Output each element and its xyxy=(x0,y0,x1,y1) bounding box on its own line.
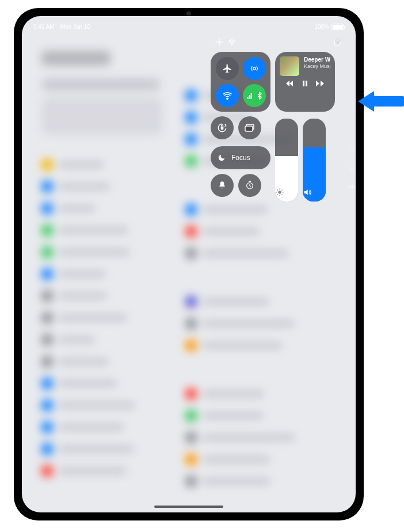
brightness-icon xyxy=(275,188,298,197)
wifi-toggle[interactable] xyxy=(216,84,239,107)
battery-indicator: 100% xyxy=(314,24,344,30)
svg-rect-10 xyxy=(303,81,304,86)
timer-button[interactable] xyxy=(238,174,261,197)
play-pause-button[interactable] xyxy=(302,81,308,86)
favorite-icon[interactable]: ♡ xyxy=(349,146,355,154)
svg-rect-7 xyxy=(250,93,251,99)
airplane-mode-toggle[interactable] xyxy=(216,57,239,80)
svg-rect-11 xyxy=(306,81,307,86)
brightness-slider[interactable] xyxy=(275,119,298,202)
status-bar: 9:41 AM Mon Jun 10 100% xyxy=(22,20,356,33)
screen-mirroring-button[interactable] xyxy=(238,116,261,139)
status-date: Mon Jun 10 xyxy=(60,24,90,30)
track-title: Deeper Well xyxy=(304,56,330,63)
battery-percent: 100% xyxy=(314,24,329,30)
svg-point-18 xyxy=(278,191,281,193)
prev-track-button[interactable] xyxy=(286,81,294,86)
volume-slider[interactable] xyxy=(303,119,326,202)
home-indicator[interactable] xyxy=(154,506,223,508)
cellular-bluetooth-toggle[interactable] xyxy=(243,84,266,107)
svg-line-24 xyxy=(281,194,282,195)
svg-line-23 xyxy=(277,189,277,190)
connectivity-group[interactable] xyxy=(211,52,270,112)
svg-rect-12 xyxy=(221,127,224,130)
svg-point-4 xyxy=(226,98,227,99)
volume-icon xyxy=(303,188,326,197)
airdrop-toggle[interactable] xyxy=(243,57,266,80)
svg-point-9 xyxy=(337,40,339,42)
callout-arrow xyxy=(358,91,404,112)
front-camera xyxy=(187,12,191,16)
status-time: 9:41 AM xyxy=(33,24,55,30)
svg-rect-14 xyxy=(245,126,253,131)
control-center-side-shortcuts: ♡ ♫ xyxy=(348,146,356,190)
svg-point-8 xyxy=(336,39,340,43)
album-art xyxy=(280,56,299,76)
battery-icon xyxy=(331,24,344,30)
svg-line-25 xyxy=(277,194,277,195)
screen: 9:41 AM Mon Jun 10 100% xyxy=(22,16,356,512)
svg-point-27 xyxy=(350,185,353,188)
ipad-device-frame: 9:41 AM Mon Jun 10 100% xyxy=(14,8,364,520)
control-center: Deeper Well Kacey Musgrave xyxy=(211,35,345,202)
svg-point-3 xyxy=(253,67,256,70)
svg-line-26 xyxy=(281,189,282,190)
next-track-button[interactable] xyxy=(316,81,324,86)
wifi-status-icon xyxy=(228,39,236,45)
silent-mode-toggle[interactable] xyxy=(211,174,234,197)
svg-rect-6 xyxy=(249,95,250,99)
airplay-icon[interactable] xyxy=(334,38,342,45)
svg-rect-5 xyxy=(247,97,248,99)
cast-shortcut-icon[interactable] xyxy=(348,183,356,190)
svg-point-0 xyxy=(231,44,233,45)
rotation-lock-toggle[interactable] xyxy=(211,116,234,139)
add-control-icon[interactable] xyxy=(214,37,224,47)
focus-button[interactable]: Focus xyxy=(211,146,270,169)
focus-label: Focus xyxy=(231,154,250,162)
track-artist: Kacey Musgrave xyxy=(304,63,330,69)
music-shortcut-icon[interactable]: ♫ xyxy=(349,165,355,173)
now-playing-tile[interactable]: Deeper Well Kacey Musgrave xyxy=(275,52,335,112)
